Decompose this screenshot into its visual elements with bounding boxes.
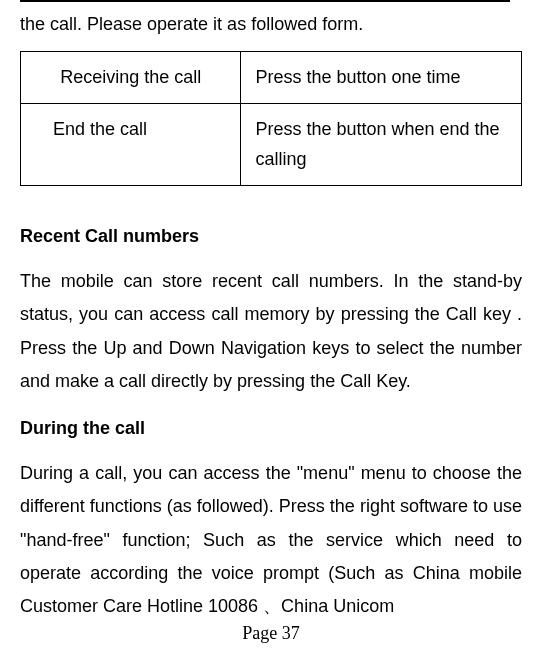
section-heading-recent: Recent Call numbers <box>20 226 522 247</box>
section-heading-during: During the call <box>20 418 522 439</box>
horizontal-rule <box>20 0 510 2</box>
table-row: Receiving the call Press the button one … <box>21 52 522 104</box>
table-cell-action: Receiving the call <box>21 52 241 104</box>
table-cell-action: End the call <box>21 103 241 185</box>
instruction-table: Receiving the call Press the button one … <box>20 51 522 186</box>
table-row: End the call Press the button when end t… <box>21 103 522 185</box>
intro-text: the call. Please operate it as followed … <box>20 12 522 37</box>
table-cell-instruction: Press the button when end the calling <box>241 103 522 185</box>
section-body-recent: The mobile can store recent call numbers… <box>20 265 522 398</box>
page-number: Page 37 <box>0 623 542 644</box>
section-body-during: During a call, you can access the "menu"… <box>20 457 522 623</box>
table-cell-instruction: Press the button one time <box>241 52 522 104</box>
